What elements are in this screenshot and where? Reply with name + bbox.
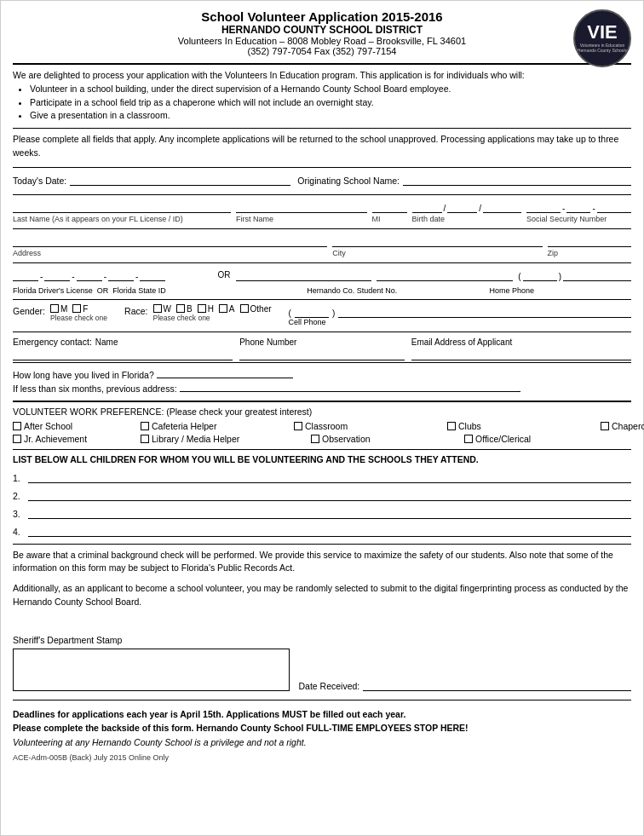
fulltime-text: Please complete the backside of this for… <box>13 723 469 733</box>
gender-please-check: Please check one <box>50 314 107 322</box>
race-label: Race: <box>124 304 147 316</box>
race-a-checkbox[interactable] <box>219 304 227 313</box>
jr-achievement-checkbox[interactable] <box>13 435 21 443</box>
florida-years-input[interactable] <box>157 378 293 378</box>
observation-checkbox[interactable] <box>311 435 319 443</box>
race-h-option[interactable]: H <box>198 304 214 314</box>
gender-m-checkbox[interactable] <box>50 304 59 313</box>
stamp-row: Sheriff's Department Stamp Date Received… <box>13 635 631 691</box>
vp-after-school[interactable]: After School <box>13 421 141 431</box>
children-title: LIST BELOW ALL CHILDREN FOR WHOM YOU WIL… <box>13 454 631 464</box>
classroom-label: Classroom <box>305 421 348 431</box>
gender-f-checkbox[interactable] <box>72 304 81 313</box>
vp-observation[interactable]: Observation <box>311 434 464 444</box>
cell-phone-area-code[interactable] <box>295 304 329 318</box>
ssn-part3-input[interactable] <box>597 199 631 213</box>
birth-month-input[interactable] <box>412 199 442 213</box>
race-w-option[interactable]: W <box>153 304 171 314</box>
stamp-divider <box>13 700 631 701</box>
home-phone-area[interactable] <box>523 268 557 281</box>
child-row-3: 3. <box>13 505 631 519</box>
city-input[interactable] <box>332 234 542 247</box>
child-2-input[interactable] <box>28 487 631 501</box>
classroom-checkbox[interactable] <box>294 422 302 430</box>
race-please-check: Please check one <box>153 314 272 322</box>
sheriff-stamp-area <box>13 649 290 691</box>
child-4-input[interactable] <box>28 523 631 537</box>
fl-dl-seg3[interactable] <box>77 268 102 281</box>
office-clerical-checkbox[interactable] <box>464 435 473 443</box>
fl-dl-seg2[interactable] <box>44 268 70 281</box>
name-divider <box>13 228 631 229</box>
vp-cafeteria-helper[interactable]: Cafeteria Helper <box>141 421 294 431</box>
vp-library-media[interactable]: Library / Media Helper <box>141 434 311 444</box>
race-b-label: B <box>187 304 193 314</box>
zip-label: Zip <box>548 249 631 257</box>
emergency-name-input[interactable] <box>13 347 233 360</box>
zip-input[interactable] <box>548 234 631 247</box>
race-w-checkbox[interactable] <box>153 304 162 313</box>
vp-chaperone[interactable]: Chaperone <box>601 421 644 431</box>
cafeteria-helper-checkbox[interactable] <box>141 422 149 430</box>
ssn-part1-input[interactable] <box>526 199 561 213</box>
fl-state-id-input[interactable] <box>236 268 372 281</box>
child-num-3: 3. <box>13 509 25 519</box>
race-h-checkbox[interactable] <box>198 304 206 313</box>
children-divider <box>13 544 631 545</box>
race-b-option[interactable]: B <box>176 304 193 314</box>
originating-school-label: Originating School Name: <box>297 176 400 186</box>
ssn-part2-input[interactable] <box>566 199 590 213</box>
student-no-input[interactable] <box>377 268 513 281</box>
row-divider <box>13 194 631 195</box>
race-a-option[interactable]: A <box>219 304 235 314</box>
gender-m-option[interactable]: M <box>50 304 67 314</box>
gender-f-option[interactable]: F <box>72 304 88 314</box>
prev-address-input[interactable] <box>180 391 520 392</box>
email-input[interactable] <box>411 347 631 360</box>
vp-row-1: After School Cafeteria Helper Classroom … <box>13 421 631 431</box>
ssn-field: - - Social Security Number <box>526 199 631 223</box>
children-section: LIST BELOW ALL CHILDREN FOR WHOM YOU WIL… <box>13 454 631 537</box>
child-1-input[interactable] <box>28 470 631 483</box>
cell-phone-number[interactable] <box>338 304 631 318</box>
originating-school-field[interactable] <box>403 172 631 186</box>
emergency-phone-input[interactable] <box>239 347 405 360</box>
clubs-checkbox[interactable] <box>447 422 456 430</box>
date-received-input[interactable] <box>363 677 631 691</box>
cell-phone-row: ( ) <box>289 304 631 318</box>
child-3-input[interactable] <box>28 505 631 519</box>
vp-clubs[interactable]: Clubs <box>447 421 601 431</box>
vp-classroom[interactable]: Classroom <box>294 421 447 431</box>
address-label: Address <box>13 249 327 257</box>
fl-dl-seg5[interactable] <box>140 268 165 281</box>
header: School Volunteer Application 2015-2016 H… <box>13 9 631 56</box>
name-sub-label: Name <box>95 337 118 347</box>
first-name-input[interactable] <box>236 199 367 213</box>
intro-section: We are delighted to process your applica… <box>13 69 631 123</box>
today-date-field[interactable] <box>70 172 290 186</box>
florida-lived-label: How long have you lived in Florida? <box>13 370 154 380</box>
child-row-1: 1. <box>13 470 631 483</box>
footer-text: Deadlines for applications each year is … <box>13 707 631 750</box>
vp-office-clerical[interactable]: Office/Clerical <box>464 434 618 444</box>
vp-jr-achievement[interactable]: Jr. Achievement <box>13 434 141 444</box>
last-name-input[interactable] <box>13 199 231 213</box>
deadline-text: Deadlines for applications each year is … <box>13 709 405 719</box>
footer-code: ACE-Adm-005B (Back) July 2015 Online Onl… <box>13 753 631 762</box>
race-other-label: Other <box>250 304 272 314</box>
race-other-option[interactable]: Other <box>240 304 272 314</box>
library-media-checkbox[interactable] <box>141 435 149 443</box>
birth-year-input[interactable] <box>483 199 521 213</box>
race-b-checkbox[interactable] <box>176 304 185 313</box>
after-school-checkbox[interactable] <box>13 422 21 430</box>
birth-day-input[interactable] <box>447 199 477 213</box>
fl-dl-seg1[interactable] <box>13 268 38 281</box>
race-other-checkbox[interactable] <box>240 304 249 313</box>
chaperone-checkbox[interactable] <box>601 422 609 430</box>
home-phone-number[interactable] <box>563 268 631 281</box>
emergency-name-field: Emergency contact: Name <box>13 337 233 360</box>
last-name-label: Last Name (As it appears on your FL Lice… <box>13 215 231 223</box>
fl-dl-seg4[interactable] <box>108 268 134 281</box>
address-input[interactable] <box>13 234 327 247</box>
mi-input[interactable] <box>372 199 407 213</box>
